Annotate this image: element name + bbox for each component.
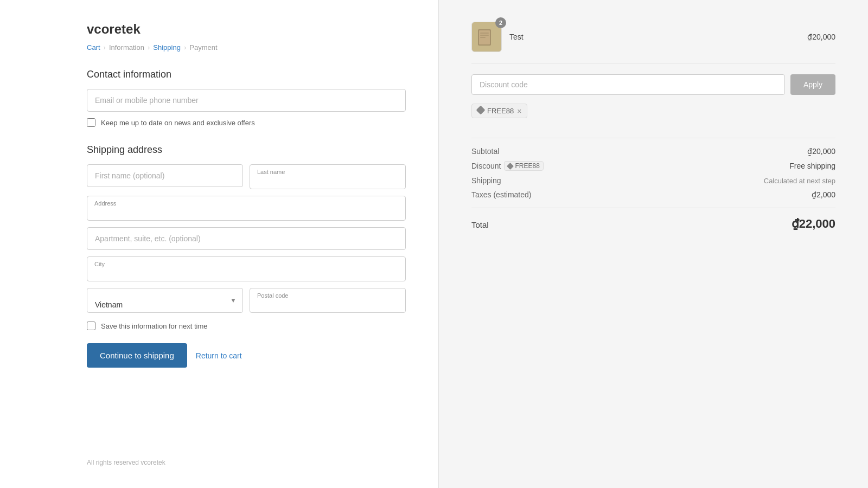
email-field[interactable] — [87, 89, 406, 112]
breadcrumb-shipping[interactable]: Shipping — [153, 43, 181, 52]
last-name-field[interactable]: Truong — [250, 164, 406, 189]
save-info-checkbox[interactable] — [87, 322, 95, 330]
subtotal-row: Subtotal ₫20,000 — [471, 147, 835, 156]
separator-2: › — [148, 43, 150, 52]
country-select[interactable]: Vietnam — [87, 288, 243, 313]
apartment-group — [87, 227, 406, 250]
discount-text: Discount — [471, 162, 501, 170]
first-name-group — [87, 164, 243, 189]
breadcrumb-cart[interactable]: Cart — [87, 43, 100, 52]
save-info-label: Save this information for next time — [101, 322, 208, 330]
svg-rect-3 — [480, 35, 489, 36]
shipping-row: Shipping Calculated at next step — [471, 176, 835, 185]
address-field[interactable]: 107 — [87, 196, 406, 221]
left-panel: vcoretek Cart › Information › Shipping ›… — [0, 0, 438, 488]
city-group: City HCMC — [87, 256, 406, 281]
remove-coupon-button[interactable]: × — [517, 107, 521, 115]
contact-section: Contact information Keep me up to date o… — [87, 69, 406, 127]
product-name: Test — [509, 33, 524, 41]
svg-rect-4 — [480, 37, 486, 38]
discount-code-input[interactable] — [471, 74, 785, 95]
discount-code-tag: FREE88 — [515, 162, 539, 170]
breadcrumb-information: Information — [109, 43, 144, 52]
separator-1: › — [104, 43, 106, 52]
address-group: Address 107 — [87, 196, 406, 221]
total-value: ₫22,000 — [792, 217, 835, 231]
separator-3: › — [184, 43, 186, 52]
product-row: 2 Test ₫20,000 — [471, 22, 835, 63]
taxes-row: Taxes (estimated) ₫2,000 — [471, 190, 835, 199]
postal-group: Postal code 700000 — [250, 288, 406, 313]
country-group: Country/Region Vietnam ▼ — [87, 288, 243, 313]
shipping-value: Calculated at next step — [764, 177, 835, 185]
summary-section: Subtotal ₫20,000 Discount FREE88 Free sh… — [471, 138, 835, 199]
city-field[interactable]: HCMC — [87, 256, 406, 281]
apartment-field[interactable] — [87, 227, 406, 250]
discount-row-summary: Discount FREE88 Free shipping — [471, 161, 835, 171]
shipping-label: Shipping — [471, 176, 501, 185]
subtotal-label: Subtotal — [471, 147, 499, 156]
taxes-label: Taxes (estimated) — [471, 190, 531, 199]
coupon-code: FREE88 — [487, 107, 514, 115]
breadcrumb-payment: Payment — [189, 43, 217, 52]
apply-button[interactable]: Apply — [790, 74, 835, 95]
country-select-wrapper: Vietnam ▼ — [87, 288, 243, 313]
save-info-row: Save this information for next time — [87, 322, 406, 330]
footer-text: All rights reserved vcoretek — [87, 426, 406, 466]
contact-section-title: Contact information — [87, 69, 406, 80]
product-price: ₫20,000 — [807, 33, 835, 41]
discount-row: Apply — [471, 74, 835, 95]
product-info: 2 Test — [471, 22, 524, 52]
newsletter-label: Keep me up to date on news and exclusive… — [101, 119, 255, 127]
breadcrumb: Cart › Information › Shipping › Payment — [87, 43, 406, 52]
return-to-cart-link[interactable]: Return to cart — [196, 351, 242, 360]
newsletter-row: Keep me up to date on news and exclusive… — [87, 118, 406, 127]
newsletter-checkbox[interactable] — [87, 118, 95, 127]
total-row: Total ₫22,000 — [471, 208, 835, 231]
country-postal-row: Country/Region Vietnam ▼ Postal code 700… — [87, 288, 406, 313]
action-row: Continue to shipping Return to cart — [87, 343, 406, 368]
shipping-section-title: Shipping address — [87, 144, 406, 156]
product-badge: 2 — [495, 17, 506, 28]
first-name-field[interactable] — [87, 164, 243, 187]
shipping-section: Shipping address Last name Truong Addres… — [87, 144, 406, 330]
total-label: Total — [471, 220, 489, 229]
discount-label-wrapper: Discount FREE88 — [471, 161, 544, 171]
subtotal-value: ₫20,000 — [807, 147, 835, 156]
svg-rect-2 — [480, 33, 489, 34]
product-image-wrapper: 2 — [471, 22, 502, 52]
discount-value: Free shipping — [789, 162, 835, 170]
tag-icon — [477, 107, 484, 115]
brand-title: vcoretek — [87, 22, 406, 37]
continue-to-shipping-button[interactable]: Continue to shipping — [87, 343, 187, 368]
last-name-group: Last name Truong — [250, 164, 406, 189]
coupon-tag-free88: FREE88 × — [471, 104, 527, 118]
right-panel: 2 Test ₫20,000 Apply FREE88 × Subtotal ₫… — [438, 0, 868, 488]
name-row: Last name Truong — [87, 164, 406, 189]
postal-field[interactable]: 700000 — [250, 288, 406, 313]
taxes-value: ₫2,000 — [812, 190, 835, 199]
coupon-tags: FREE88 × — [471, 104, 835, 129]
